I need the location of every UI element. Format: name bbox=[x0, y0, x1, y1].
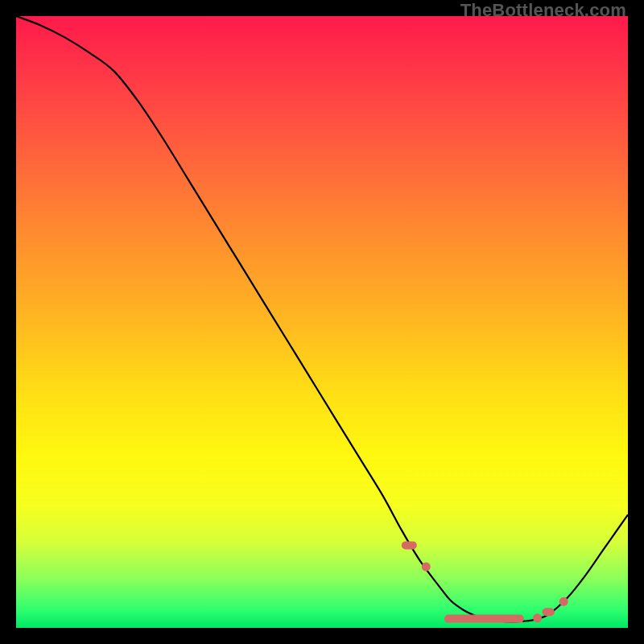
bottleneck-curve bbox=[16, 16, 628, 621]
marker-layer bbox=[402, 541, 568, 622]
marker-dot bbox=[533, 613, 542, 622]
marker-dash bbox=[402, 541, 417, 549]
marker-dash bbox=[543, 608, 555, 616]
curve-layer bbox=[16, 16, 628, 628]
marker-dot bbox=[422, 563, 431, 572]
marker-dash bbox=[444, 615, 524, 623]
chart-frame: TheBottleneck.com bbox=[0, 0, 644, 644]
watermark-text: TheBottleneck.com bbox=[460, 0, 626, 21]
marker-dot bbox=[559, 597, 568, 606]
plot-area bbox=[16, 16, 628, 628]
